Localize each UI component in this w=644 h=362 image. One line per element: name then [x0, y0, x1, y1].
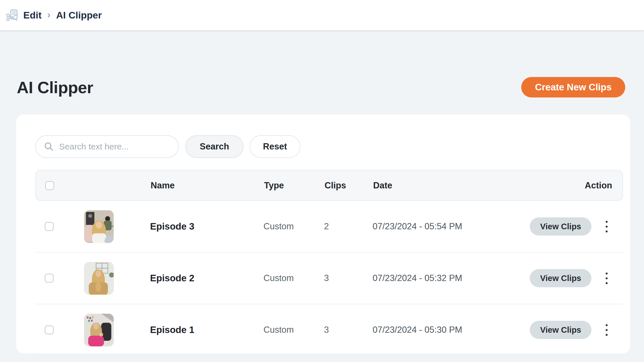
- row-checkbox[interactable]: [45, 325, 54, 334]
- chevron-right-icon: ›: [47, 9, 50, 20]
- view-clips-button[interactable]: View Clips: [530, 321, 591, 339]
- breadcrumb: Edit › AI Clipper: [23, 10, 102, 21]
- page-title: AI Clipper: [17, 78, 93, 97]
- episode-3-video-still: [84, 210, 114, 243]
- column-header-clips: Clips: [325, 180, 373, 191]
- episode-clips-count: 2: [324, 221, 373, 232]
- create-new-clips-button[interactable]: Create New Clips: [521, 77, 625, 97]
- clips-card: Search Reset Name Type Clips Date Action: [16, 115, 630, 353]
- table-row: Episode 3 Custom 2 07/23/2024 - 05:54 PM…: [35, 201, 623, 253]
- episode-2-video-still: [84, 262, 114, 295]
- breadcrumb-edit-link[interactable]: Edit: [23, 10, 41, 21]
- topbar: Edit › AI Clipper: [0, 0, 644, 30]
- search-box: [35, 135, 179, 158]
- episode-name: Episode 1: [150, 324, 263, 335]
- table-row: Episode 2 Custom 3 07/23/2024 - 05:32 PM…: [35, 253, 623, 304]
- row-checkbox[interactable]: [45, 222, 54, 231]
- column-header-action: Action: [528, 180, 622, 191]
- select-all-checkbox[interactable]: [45, 181, 54, 190]
- episode-type: Custom: [263, 325, 324, 335]
- episode-type: Custom: [263, 273, 324, 283]
- search-icon: [44, 142, 54, 152]
- clip-edit-icon: [5, 8, 19, 22]
- episode-name: Episode 3: [150, 221, 263, 232]
- column-header-type: Type: [264, 180, 325, 191]
- view-clips-button[interactable]: View Clips: [530, 217, 591, 236]
- row-checkbox[interactable]: [45, 274, 54, 283]
- episode-date: 07/23/2024 - 05:32 PM: [373, 273, 529, 283]
- episode-1-video-still: [84, 314, 114, 346]
- breadcrumb-current: AI Clipper: [56, 10, 102, 21]
- episode-type: Custom: [263, 221, 324, 232]
- kebab-menu-icon[interactable]: [604, 271, 609, 286]
- search-button[interactable]: Search: [185, 135, 244, 158]
- filter-row: Search Reset: [35, 135, 623, 158]
- table-header: Name Type Clips Date Action: [35, 170, 623, 201]
- episode-date: 07/23/2024 - 05:30 PM: [373, 325, 529, 335]
- search-input[interactable]: [59, 142, 167, 151]
- kebab-menu-icon[interactable]: [604, 323, 609, 338]
- column-header-name: Name: [151, 180, 264, 191]
- page-header: AI Clipper Create New Clips: [17, 77, 625, 97]
- episode-clips-count: 3: [324, 273, 373, 283]
- reset-button[interactable]: Reset: [250, 135, 300, 158]
- episode-name: Episode 2: [150, 273, 263, 284]
- episode-clips-count: 3: [324, 325, 373, 335]
- view-clips-button[interactable]: View Clips: [530, 269, 591, 287]
- episode-date: 07/23/2024 - 05:54 PM: [373, 221, 529, 232]
- column-header-date: Date: [373, 180, 528, 191]
- kebab-menu-icon[interactable]: [604, 219, 609, 234]
- table-row: Episode 1 Custom 3 07/23/2024 - 05:30 PM…: [35, 304, 623, 356]
